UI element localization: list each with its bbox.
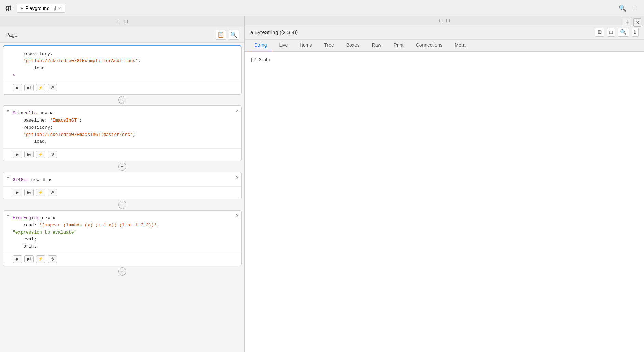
- snippet-2-close[interactable]: ×: [236, 108, 239, 113]
- add-snippet-button-4[interactable]: +: [118, 267, 126, 276]
- add-snippet-button-2[interactable]: +: [118, 163, 126, 171]
- close-right-panel-icon[interactable]: ×: [633, 18, 641, 27]
- add-between-1-2: +: [3, 95, 242, 105]
- snippet-2-footer: ▶ ▶i ⚡ ⏱: [3, 148, 241, 161]
- add-snippet-button-3[interactable]: +: [118, 201, 126, 209]
- inspector-content: (2 3 4): [245, 52, 644, 352]
- snippet-4-close[interactable]: ×: [236, 213, 239, 218]
- add-after-4: +: [3, 266, 242, 277]
- playground-tab[interactable]: ▶ Playground □ ×: [17, 4, 65, 13]
- snippet-3: ▼ × Gt4Git new ▶ ▶ ▶i ⚡ ⏱: [3, 172, 242, 199]
- top-bar-left: gt ▶ Playground □ ×: [3, 3, 65, 13]
- run-button-4[interactable]: ▶: [13, 255, 22, 263]
- run-button-3[interactable]: ▶: [13, 189, 22, 196]
- add-between-2-3: +: [3, 161, 242, 172]
- tab-live[interactable]: Live: [274, 40, 294, 51]
- layout-icon-2[interactable]: □: [124, 18, 128, 25]
- run-inspect-button-4[interactable]: ▶i: [24, 255, 34, 263]
- snippet-3-close[interactable]: ×: [236, 174, 239, 180]
- add-right-panel-icon[interactable]: +: [623, 18, 631, 27]
- rp-layout-icon-1[interactable]: □: [440, 18, 442, 23]
- page-search-icon[interactable]: 🔍: [229, 30, 239, 40]
- byte-string-value: (2 3 4): [250, 57, 270, 63]
- gt-logo: gt: [3, 3, 14, 13]
- snippet-4-collapse[interactable]: ▼: [6, 213, 10, 218]
- right-panel-top-toolbar: + × □ □: [245, 16, 644, 25]
- page-title: Page: [5, 32, 17, 38]
- clipboard-icon[interactable]: 📋: [216, 30, 226, 40]
- snippet-2-collapse[interactable]: ▼: [6, 109, 10, 113]
- snippet-4: ▼ × EigtEngine new ▶ read: '(mapcar (lam…: [3, 210, 242, 266]
- tab-label: Playground: [25, 5, 50, 11]
- page-header: Page 📋 🔍: [0, 27, 244, 43]
- snippet-3-collapse[interactable]: ▼: [6, 175, 10, 180]
- inspector-tabs-bar: String Live Items Tree Boxes Raw Print C…: [245, 40, 644, 52]
- run-fast-button-3[interactable]: ⚡: [36, 189, 45, 196]
- run-inspect-button-3[interactable]: ▶i: [24, 189, 34, 196]
- right-panel-wrapper: ▶ + × □ □ a ByteString ((2 3 4: [245, 16, 644, 352]
- run-profile-button-1[interactable]: ⏱: [48, 84, 57, 91]
- snippet-4-code[interactable]: EigtEngine new ▶ read: '(mapcar (lambda …: [3, 211, 241, 253]
- tab-string[interactable]: String: [249, 40, 272, 51]
- inspector-info-icon[interactable]: ℹ: [632, 28, 639, 37]
- inspector-square-icon[interactable]: □: [607, 28, 615, 37]
- code-area: repository: 'gitlab://skeledrew/GtExempl…: [0, 43, 244, 352]
- snippet-1-footer: ▶ ▶i ⚡ ⏱: [3, 82, 241, 94]
- run-button-1[interactable]: ▶: [13, 84, 22, 91]
- tab-meta[interactable]: Meta: [449, 40, 471, 51]
- run-button-2[interactable]: ▶: [13, 151, 22, 158]
- run-inspect-button-1[interactable]: ▶i: [24, 84, 34, 91]
- inspector-header-icons: ⊞ □ 🔍 ℹ: [595, 28, 639, 37]
- main-layout: □ □ Page 📋 🔍 repository: 'gitlab://skele…: [0, 16, 644, 352]
- inspector-grid-icon[interactable]: ⊞: [595, 28, 604, 37]
- run-fast-button-4[interactable]: ⚡: [36, 255, 45, 263]
- tab-print[interactable]: Print: [388, 40, 409, 51]
- run-inspect-button-2[interactable]: ▶i: [24, 151, 34, 158]
- add-between-3-4: +: [3, 199, 242, 210]
- snippet-1-code[interactable]: repository: 'gitlab://skeledrew/GtExempl…: [3, 46, 241, 82]
- tab-square-icon[interactable]: □: [52, 6, 56, 10]
- rp-layout-icon-2[interactable]: □: [446, 18, 449, 23]
- add-snippet-button-1[interactable]: +: [118, 96, 126, 104]
- tab-close-button[interactable]: ×: [58, 6, 62, 11]
- run-fast-button-2[interactable]: ⚡: [36, 151, 45, 158]
- left-panel: □ □ Page 📋 🔍 repository: 'gitlab://skele…: [0, 16, 245, 352]
- page-header-icons: 📋 🔍: [216, 30, 239, 40]
- global-menu-icon[interactable]: ☰: [632, 4, 637, 12]
- layout-toolbar: □ □: [0, 16, 244, 27]
- snippet-1: repository: 'gitlab://skeledrew/GtExempl…: [3, 45, 242, 95]
- tab-connections[interactable]: Connections: [411, 40, 448, 51]
- inspector-search-icon[interactable]: 🔍: [618, 28, 629, 37]
- top-bar-right: 🔍 ☰: [619, 4, 641, 12]
- right-panel-header: a ByteString ((2 3 4)) ⊞ □ 🔍 ℹ: [245, 25, 644, 40]
- snippet-3-footer: ▶ ▶i ⚡ ⏱: [3, 186, 241, 199]
- global-search-icon[interactable]: 🔍: [619, 4, 626, 12]
- run-profile-button-3[interactable]: ⏱: [48, 189, 57, 196]
- snippet-2-code[interactable]: Metacello new ▶ baseline: 'EmacsInGT'; r…: [3, 106, 241, 148]
- right-panel: + × □ □ a ByteString ((2 3 4)) ⊞ □ 🔍 ℹ: [245, 16, 644, 352]
- tab-raw[interactable]: Raw: [366, 40, 387, 51]
- tab-play-icon: ▶: [21, 6, 23, 10]
- layout-icon-1[interactable]: □: [117, 18, 120, 25]
- tab-boxes[interactable]: Boxes: [341, 40, 365, 51]
- snippet-4-footer: ▶ ▶i ⚡ ⏱: [3, 253, 241, 266]
- run-profile-button-2[interactable]: ⏱: [48, 151, 57, 158]
- snippet-2: ▼ × Metacello new ▶ baseline: 'EmacsInGT…: [3, 105, 242, 161]
- top-bar: gt ▶ Playground □ × 🔍 ☰: [0, 0, 644, 16]
- inspector-title: a ByteString ((2 3 4)): [250, 29, 298, 35]
- run-profile-button-4[interactable]: ⏱: [48, 255, 57, 263]
- run-fast-button-1[interactable]: ⚡: [36, 84, 45, 91]
- tab-tree[interactable]: Tree: [319, 40, 339, 51]
- tab-items[interactable]: Items: [295, 40, 317, 51]
- snippet-3-code[interactable]: Gt4Git new ▶: [3, 172, 241, 186]
